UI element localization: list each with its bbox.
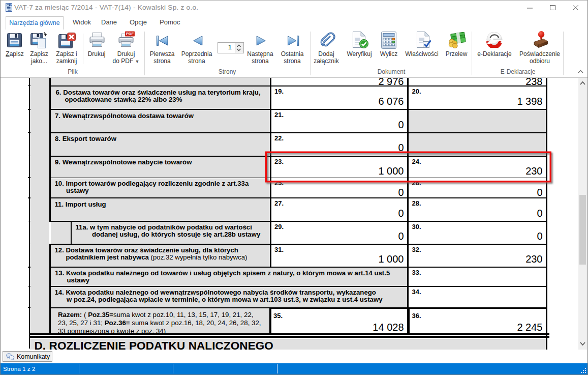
svg-text:PDF: PDF bbox=[126, 32, 134, 36]
